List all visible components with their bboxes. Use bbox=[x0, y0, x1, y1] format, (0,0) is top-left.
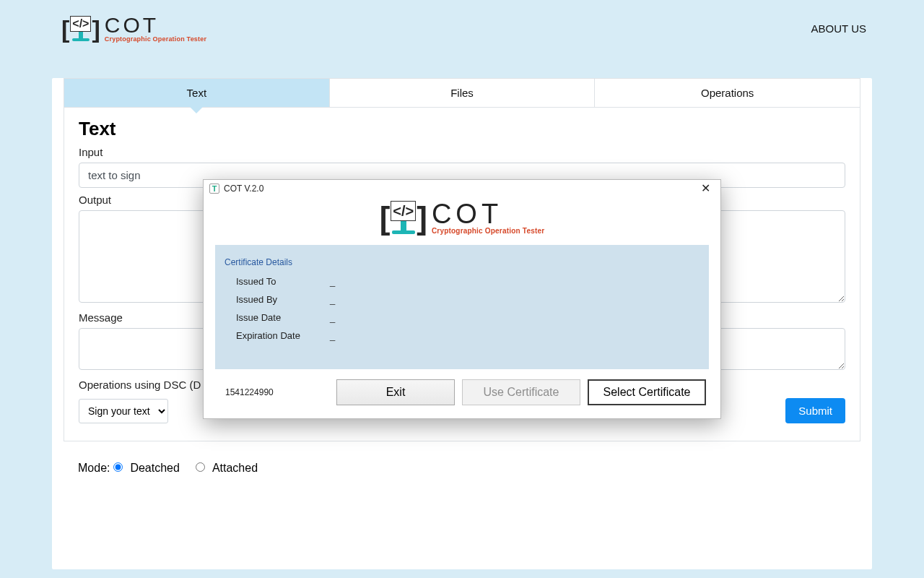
tab-bar: Text Files Operations bbox=[64, 78, 860, 108]
cert-row-issue-date: Issue Date _ bbox=[236, 312, 701, 323]
exit-button[interactable]: Exit bbox=[336, 379, 455, 405]
certificate-dialog: T COT V.2.0 ✕ [ </> ] COT Cryptographic … bbox=[203, 179, 721, 419]
mode-row: Mode: Deatched Attached bbox=[64, 441, 860, 475]
operations-select[interactable]: Sign your text bbox=[79, 399, 168, 423]
cert-row-expiration: Expiration Date _ bbox=[236, 330, 701, 341]
label-input: Input bbox=[79, 146, 845, 158]
logo-icon: [ </> ] bbox=[61, 16, 100, 41]
page-title: Text bbox=[79, 118, 845, 140]
cert-row-issued-by: Issued By _ bbox=[236, 294, 701, 305]
radio-attached[interactable] bbox=[196, 462, 205, 472]
close-icon[interactable]: ✕ bbox=[697, 183, 715, 194]
dialog-footer: 1541224990 Exit Use Certificate Select C… bbox=[204, 369, 720, 418]
app-logo: [ </> ] COT Cryptographic Operation Test… bbox=[61, 14, 206, 43]
dialog-logo: [ </> ] COT Cryptographic Operation Test… bbox=[204, 196, 720, 245]
submit-button[interactable]: Submit bbox=[785, 398, 845, 423]
dialog-titlebar: T COT V.2.0 ✕ bbox=[204, 180, 720, 196]
logo-title: COT bbox=[105, 14, 206, 36]
tab-operations[interactable]: Operations bbox=[595, 79, 860, 107]
tab-text[interactable]: Text bbox=[64, 79, 330, 107]
top-bar: [ </> ] COT Cryptographic Operation Test… bbox=[0, 0, 924, 56]
nav-about-us[interactable]: ABOUT US bbox=[811, 22, 866, 35]
mode-label: Mode: bbox=[78, 462, 110, 474]
app-icon: T bbox=[209, 184, 219, 194]
footer-number: 1541224990 bbox=[225, 387, 274, 397]
mode-detached[interactable]: Deatched bbox=[113, 462, 183, 474]
radio-detached[interactable] bbox=[113, 462, 123, 472]
mode-attached[interactable]: Attached bbox=[196, 462, 258, 474]
cert-row-issued-to: Issued To _ bbox=[236, 276, 701, 287]
select-certificate-button[interactable]: Select Certificate bbox=[588, 379, 706, 405]
use-certificate-button: Use Certificate bbox=[462, 379, 580, 405]
tab-files[interactable]: Files bbox=[330, 79, 596, 107]
dialog-title: COT V.2.0 bbox=[224, 184, 263, 194]
cert-header: Certificate Details bbox=[225, 257, 701, 267]
logo-subtitle: Cryptographic Operation Tester bbox=[105, 36, 206, 43]
certificate-panel: Certificate Details Issued To _ Issued B… bbox=[215, 245, 709, 369]
